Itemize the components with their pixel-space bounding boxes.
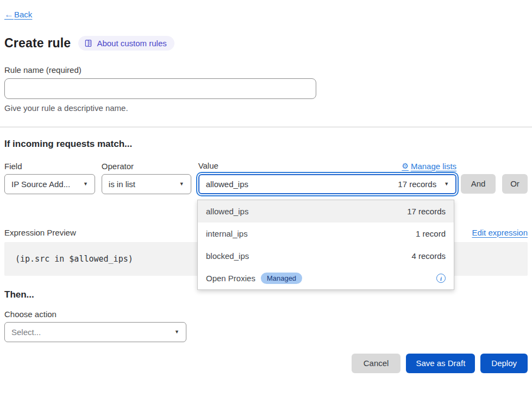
- manage-lists-label: Manage lists: [411, 162, 456, 171]
- list-option-name: blocked_ips: [206, 251, 249, 261]
- manage-lists-link[interactable]: ⚙ Manage lists: [402, 162, 456, 171]
- managed-badge: Managed: [261, 273, 302, 284]
- chevron-down-icon: ▼: [444, 181, 449, 187]
- chevron-down-icon: ▼: [83, 181, 88, 187]
- field-column: Field IP Source Add... ▼: [4, 162, 95, 194]
- list-option-meta: 4 records: [411, 251, 446, 261]
- condition-row: Field IP Source Add... ▼ Operator is in …: [4, 161, 528, 194]
- back-label: Back: [14, 10, 32, 19]
- list-option-name: internal_ips: [206, 229, 248, 238]
- operator-select-value: is in list: [109, 180, 135, 189]
- back-link[interactable]: ←Back: [4, 10, 32, 19]
- value-select[interactable]: allowed_ips 17 records ▼: [198, 174, 456, 194]
- field-select-value: IP Source Add...: [11, 180, 70, 189]
- chevron-down-icon: ▼: [179, 181, 184, 187]
- info-icon[interactable]: i: [436, 274, 446, 283]
- list-option-name: Open Proxies: [206, 274, 255, 283]
- value-select-right: 17 records ▼: [398, 180, 449, 189]
- list-option-open-proxies[interactable]: Open Proxies Managed i: [198, 267, 454, 289]
- operator-column: Operator is in list ▼: [102, 162, 191, 194]
- create-rule-page: ←Back Create rule About custom rules Rul…: [0, 0, 532, 402]
- back-row: ←Back: [4, 0, 528, 20]
- value-select-value: allowed_ips: [206, 180, 248, 189]
- action-select[interactable]: Select... ▼: [4, 322, 186, 342]
- title-row: Create rule About custom rules: [4, 36, 528, 51]
- field-label: Field: [4, 162, 95, 171]
- value-select-meta: 17 records: [398, 180, 436, 189]
- value-column: Value ⚙ Manage lists allowed_ips 17 reco…: [198, 161, 456, 194]
- list-dropdown-menu: allowed_ips 17 records internal_ips 1 re…: [197, 200, 454, 290]
- list-option-name: allowed_ips: [206, 207, 248, 216]
- back-arrow-icon: ←: [4, 9, 14, 20]
- deploy-button[interactable]: Deploy: [480, 354, 528, 373]
- operator-select[interactable]: is in list ▼: [102, 174, 191, 194]
- about-custom-rules-badge[interactable]: About custom rules: [78, 36, 174, 51]
- match-section: If incoming requests match... Field IP S…: [4, 139, 528, 194]
- list-option-allowed-ips[interactable]: allowed_ips 17 records: [198, 200, 454, 222]
- rule-name-help: Give your rule a descriptive name.: [4, 103, 528, 113]
- action-select-placeholder: Select...: [11, 327, 41, 337]
- list-option-name-wrap: Open Proxies Managed: [206, 273, 302, 284]
- rule-name-section: Rule name (required) Give your rule a de…: [4, 65, 528, 113]
- book-icon: [84, 39, 92, 47]
- then-heading: Then...: [4, 289, 528, 300]
- value-label: Value: [198, 161, 218, 170]
- or-button[interactable]: Or: [502, 174, 528, 194]
- rule-name-input[interactable]: [4, 78, 316, 99]
- chevron-down-icon: ▼: [174, 329, 179, 335]
- list-option-meta: 17 records: [407, 207, 446, 216]
- footer-actions: Cancel Save as Draft Deploy: [4, 354, 528, 373]
- match-heading: If incoming requests match...: [4, 139, 528, 150]
- edit-expression-link[interactable]: Edit expression: [472, 228, 528, 237]
- value-label-row: Value ⚙ Manage lists: [198, 161, 456, 171]
- cancel-button[interactable]: Cancel: [352, 354, 401, 373]
- rule-name-label: Rule name (required): [4, 65, 528, 75]
- about-badge-label: About custom rules: [97, 39, 166, 48]
- save-as-draft-button[interactable]: Save as Draft: [406, 354, 475, 373]
- operator-label: Operator: [102, 162, 191, 171]
- and-button[interactable]: And: [461, 174, 496, 194]
- field-select[interactable]: IP Source Add... ▼: [4, 174, 95, 194]
- list-option-meta: 1 record: [416, 229, 446, 238]
- gear-icon: ⚙: [402, 162, 409, 170]
- expression-preview-label: Expression Preview: [4, 228, 76, 237]
- page-title: Create rule: [4, 36, 71, 51]
- expression-code: (ip.src in $allowed_ips): [15, 254, 133, 264]
- choose-action-label: Choose action: [4, 310, 528, 319]
- list-option-blocked-ips[interactable]: blocked_ips 4 records: [198, 245, 454, 267]
- list-option-internal-ips[interactable]: internal_ips 1 record: [198, 222, 454, 245]
- section-divider: [0, 127, 532, 127]
- then-section: Then... Choose action Select... ▼: [4, 289, 528, 342]
